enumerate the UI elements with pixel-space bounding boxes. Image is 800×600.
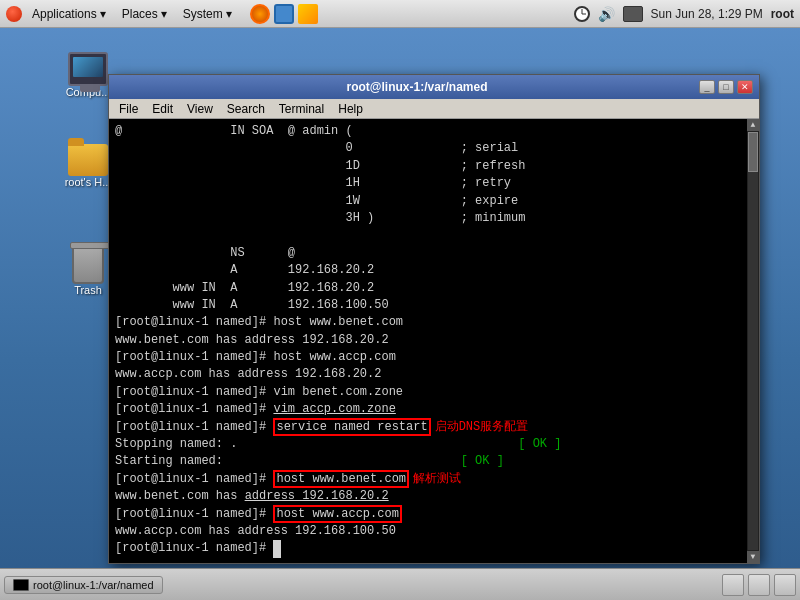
terminal-line-3: 1H ; retry <box>115 175 741 192</box>
menu-help[interactable]: Help <box>332 101 369 117</box>
firefox-icon[interactable] <box>250 4 270 24</box>
terminal-line-2: 1D ; refresh <box>115 158 741 175</box>
fedora-icon <box>6 6 22 22</box>
places-arrow-icon: ▾ <box>161 7 167 21</box>
terminal-line-20: [root@linux-1 named]# host www.benet.com… <box>115 471 741 488</box>
taskbar-bottom: root@linux-1:/var/named <box>0 568 800 600</box>
terminal-text-area: @ IN SOA @ admin ( 0 ; serial 1D ; refre… <box>115 123 741 558</box>
scroll-track[interactable] <box>748 132 758 550</box>
terminal-line-10: www IN A 192.168.100.50 <box>115 297 741 314</box>
taskbar-top-right: 🔊 Sun Jun 28, 1:29 PM root <box>574 6 794 22</box>
places-label: Places <box>122 7 158 21</box>
terminal-line-16: [root@linux-1 named]# vim accp.com.zone <box>115 401 741 418</box>
notes-icon[interactable] <box>298 4 318 24</box>
scroll-thumb[interactable] <box>748 132 758 172</box>
folder-shape-icon <box>68 144 108 176</box>
desktop-switch-3[interactable] <box>774 574 796 596</box>
terminal-line-9: www IN A 192.168.20.2 <box>115 280 741 297</box>
taskbar-bottom-right <box>722 574 796 596</box>
system-menu[interactable]: System ▾ <box>177 5 238 23</box>
volume-icon[interactable]: 🔊 <box>598 6 615 22</box>
scroll-up-arrow[interactable]: ▲ <box>747 119 759 131</box>
taskbar-top: Applications ▾ Places ▾ System ▾ <box>0 0 800 28</box>
menu-file[interactable]: File <box>113 101 144 117</box>
terminal-menubar: File Edit View Search Terminal Help <box>109 99 759 119</box>
monitor-screen <box>73 57 103 77</box>
menu-edit[interactable]: Edit <box>146 101 179 117</box>
terminal-line-23: www.accp.com has address 192.168.100.50 <box>115 523 741 540</box>
terminal-line-14: www.accp.com has address 192.168.20.2 <box>115 366 741 383</box>
terminal-scrollbar[interactable]: ▲ ▼ <box>747 119 759 563</box>
desktop: Applications ▾ Places ▾ System ▾ <box>0 0 800 600</box>
network-status-icon <box>623 6 643 22</box>
minimize-button[interactable]: _ <box>699 80 715 94</box>
user-display: root <box>771 7 794 21</box>
scroll-down-arrow[interactable]: ▼ <box>747 551 759 563</box>
active-window-button[interactable]: root@linux-1:/var/named <box>4 576 163 594</box>
taskbar-top-left: Applications ▾ Places ▾ System ▾ <box>6 4 318 24</box>
terminal-line-13: [root@linux-1 named]# host www.accp.com <box>115 349 741 366</box>
terminal-line-12: www.benet.com has address 192.168.20.2 <box>115 332 741 349</box>
system-label: System <box>183 7 223 21</box>
monitor-shape-icon <box>68 52 108 86</box>
trash-shape-icon <box>72 246 104 284</box>
terminal-title: root@linux-1:/var/named <box>135 80 699 94</box>
datetime-display: Sun Jun 28, 1:29 PM <box>651 7 763 21</box>
network-icon[interactable] <box>274 4 294 24</box>
window-controls: _ □ ✕ <box>699 80 753 94</box>
terminal-line-5: 3H ) ; minimum <box>115 210 741 227</box>
applications-label: Applications <box>32 7 97 21</box>
clock-icon <box>574 6 590 22</box>
maximize-button[interactable]: □ <box>718 80 734 94</box>
desktop-switch-1[interactable] <box>722 574 744 596</box>
menu-view[interactable]: View <box>181 101 219 117</box>
terminal-line-11: [root@linux-1 named]# host www.benet.com <box>115 314 741 331</box>
apps-arrow-icon: ▾ <box>100 7 106 21</box>
close-button[interactable]: ✕ <box>737 80 753 94</box>
menu-terminal[interactable]: Terminal <box>273 101 330 117</box>
system-arrow-icon: ▾ <box>226 7 232 21</box>
terminal-line-19: Starting named: [ OK ] <box>115 453 741 470</box>
applications-menu[interactable]: Applications ▾ <box>26 5 112 23</box>
desktop-switch-2[interactable] <box>748 574 770 596</box>
terminal-line-18: Stopping named: . [ OK ] <box>115 436 741 453</box>
terminal-line-8: A 192.168.20.2 <box>115 262 741 279</box>
terminal-content[interactable]: @ IN SOA @ admin ( 0 ; serial 1D ; refre… <box>109 119 759 563</box>
trash-label: Trash <box>74 284 102 296</box>
roots-home-label: root's H... <box>65 176 112 188</box>
terminal-line-6 <box>115 227 741 244</box>
terminal-titlebar: root@linux-1:/var/named _ □ ✕ <box>109 75 759 99</box>
active-window-label: root@linux-1:/var/named <box>33 579 154 591</box>
terminal-line-24: [root@linux-1 named]# <box>115 540 741 557</box>
menu-search[interactable]: Search <box>221 101 271 117</box>
terminal-thumb-icon <box>13 579 29 591</box>
places-menu[interactable]: Places ▾ <box>116 5 173 23</box>
terminal-line-4: 1W ; expire <box>115 193 741 210</box>
terminal-line-17: [root@linux-1 named]# service named rest… <box>115 419 741 436</box>
terminal-line-7: NS @ <box>115 245 741 262</box>
terminal-line-15: [root@linux-1 named]# vim benet.com.zone <box>115 384 741 401</box>
terminal-line-21: www.benet.com has address 192.168.20.2 <box>115 488 741 505</box>
terminal-line-1: 0 ; serial <box>115 140 741 157</box>
terminal-line-22: [root@linux-1 named]# host www.accp.com <box>115 506 741 523</box>
terminal-window: root@linux-1:/var/named _ □ ✕ File Edit … <box>108 74 760 564</box>
terminal-line-0: @ IN SOA @ admin ( <box>115 123 741 140</box>
